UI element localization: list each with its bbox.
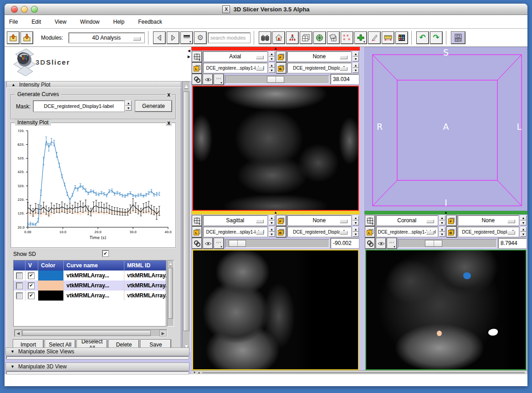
row-select-checkbox[interactable] [16, 293, 22, 299]
row-visible-checkbox[interactable]: ✔ [28, 273, 34, 279]
intensity-plot-section-header[interactable]: ▲ Intensity Plot [6, 81, 181, 88]
axial-label-spinner[interactable]: ▲▼ [269, 63, 275, 73]
layout-select-button[interactable] [451, 32, 465, 44]
mask-spinner[interactable]: ▲▼ [125, 101, 132, 111]
sagittal-foreground-spinner[interactable]: ▲▼ [353, 215, 359, 226]
coronal-strip[interactable]: ▲ [364, 211, 527, 214]
viewport-scroll-strip[interactable]: ▼ ▲ [191, 370, 527, 374]
close-generate-curves-button[interactable]: x [166, 92, 172, 98]
background-layer-button[interactable]: B [276, 63, 286, 73]
foreground-layer-button[interactable]: F [276, 51, 286, 62]
sagittal-strip[interactable]: ▲ [191, 211, 360, 214]
slice-layout-button[interactable]: ▼ [192, 215, 202, 226]
sagittal-offset-value[interactable]: -90.002 [331, 238, 359, 248]
manipulate-slice-views-header[interactable]: ▼ Manipulate Slice Views [5, 347, 189, 356]
menu-window[interactable]: Window [79, 18, 101, 26]
coronal-orientation-combobox[interactable]: Coronal [376, 215, 438, 225]
curve-color-swatch[interactable] [38, 271, 63, 281]
sagittal-foreground-combobox[interactable]: None [287, 215, 352, 225]
axial-slice-view[interactable] [192, 86, 359, 211]
sagittal-background-spinner[interactable]: ▲▼ [353, 227, 359, 237]
slice-visibility-button[interactable] [203, 238, 213, 249]
panel-collapse-left-icon[interactable]: ◀ [188, 49, 190, 53]
slice-options-button[interactable]: °°°▼ [214, 238, 224, 249]
slice-layout-button[interactable]: ▼ [365, 215, 375, 226]
colors-button[interactable] [396, 32, 408, 44]
coronal-background-spinner[interactable]: ▲▼ [520, 227, 527, 237]
show-sd-checkbox[interactable]: ✔ [102, 250, 108, 256]
axial-foreground-spinner[interactable]: ▲▼ [353, 51, 359, 62]
find-modules-button[interactable] [259, 32, 271, 44]
sagittal-slice-view[interactable] [192, 250, 359, 370]
scroll-up-icon[interactable]: ▲ [183, 82, 190, 90]
slice-options-button[interactable]: °°°▼ [214, 74, 224, 85]
load-scene-button[interactable] [7, 32, 19, 44]
coronal-background-combobox[interactable]: DCE_registered_Display1 [458, 227, 519, 237]
redo-button[interactable]: ↷ [430, 32, 442, 44]
manipulate-3d-view-header[interactable]: ▼ Manipulate 3D View [5, 362, 189, 371]
search-modules-input[interactable] [208, 33, 250, 43]
table-scrollbar[interactable]: ▲ [167, 260, 174, 327]
row-visible-checkbox[interactable]: ✔ [28, 293, 34, 299]
scroll-track[interactable] [202, 372, 525, 373]
menu-edit[interactable]: Edit [31, 18, 42, 26]
compare-layout-button[interactable] [300, 32, 312, 44]
mouse-mode-button[interactable] [368, 32, 380, 44]
row-select-checkbox[interactable] [16, 273, 22, 279]
coronal-slice-view[interactable] [365, 250, 527, 370]
module-settings-button[interactable]: ⚙ [194, 32, 206, 44]
home-module-button[interactable] [273, 32, 285, 44]
background-layer-button[interactable]: B [447, 227, 456, 237]
measurements-button[interactable] [382, 32, 394, 44]
sagittal-background-combobox[interactable]: DCE_registered_Display1 [287, 227, 352, 237]
axial-background-combobox[interactable]: DCE_registered_Display1 [287, 63, 352, 73]
table-hscrollbar[interactable]: ◀ ▶ [14, 329, 167, 337]
scroll-right-icon[interactable]: ▶ [159, 330, 167, 337]
table-row[interactable]: ✔ vtkMRMLArray... vtkMRMLArray... [14, 281, 166, 291]
panel-collapse-right-icon[interactable]: ▶ [188, 55, 190, 59]
sagittal-orientation-combobox[interactable]: Sagittal [203, 215, 267, 225]
modules-combobox[interactable]: 4D Analysis [69, 33, 144, 43]
axial-offset-value[interactable]: 38.034 [331, 74, 359, 84]
volume-rendering-button[interactable] [314, 32, 326, 44]
close-intensity-plot-button[interactable]: x [166, 120, 172, 126]
label-layer-button[interactable]: L [192, 227, 202, 237]
slices-toggle-button[interactable] [327, 32, 339, 44]
fiducials-button[interactable]: ✳✳✳ ✳ [341, 32, 353, 44]
slice-layout-button[interactable]: ▼ [192, 51, 202, 62]
foreground-layer-button[interactable]: F [447, 215, 456, 226]
link-slices-button[interactable] [365, 238, 375, 249]
sagittal-label-spinner[interactable]: ▲▼ [269, 227, 275, 237]
slice-options-button[interactable]: °°°▼ [387, 238, 397, 249]
coronal-offset-slider[interactable] [398, 239, 497, 248]
module-back-button[interactable] [153, 32, 165, 44]
coronal-label-combobox[interactable]: DCE_registere...splay1-label [376, 227, 438, 237]
roi-button[interactable]: ▼ [355, 32, 367, 44]
module-forward-button[interactable] [167, 32, 179, 44]
row-visible-checkbox[interactable]: ✔ [28, 283, 34, 289]
axial-foreground-combobox[interactable]: None [287, 51, 352, 61]
table-row[interactable]: ✔ vtkMRMLArray... vtkMRMLArray... [14, 271, 166, 281]
coronal-foreground-spinner[interactable]: ▲▼ [520, 215, 527, 226]
coronal-label-spinner[interactable]: ▲▼ [439, 227, 445, 237]
menu-view[interactable]: View [54, 18, 67, 26]
label-layer-button[interactable]: L [365, 227, 375, 237]
link-slices-button[interactable] [192, 238, 202, 249]
row-select-checkbox[interactable] [16, 283, 22, 289]
background-layer-button[interactable]: B [276, 227, 286, 237]
axial-offset-slider[interactable] [225, 75, 329, 84]
table-row[interactable]: ✔ vtkMRMLArray... vtkMRMLArray... [14, 291, 166, 301]
save-scene-button[interactable] [21, 32, 33, 44]
coronal-orientation-spinner[interactable]: ▲▼ [439, 215, 445, 226]
slice-visibility-button[interactable] [376, 238, 386, 249]
scroll-left-icon[interactable]: ◀ [15, 330, 22, 337]
mask-combobox[interactable]: DCE_registered_Display1-label [33, 101, 124, 112]
coronal-foreground-combobox[interactable]: None [458, 215, 519, 225]
threed-view[interactable]: S R A L I [364, 47, 527, 211]
axial-background-spinner[interactable]: ▲▼ [353, 63, 359, 73]
module-history-button[interactable]: ▼ [181, 32, 193, 44]
axial-strip[interactable]: ▲ [191, 47, 360, 51]
coronal-offset-value[interactable]: 8.7944 [498, 238, 527, 248]
axial-orientation-spinner[interactable]: ▲▼ [269, 51, 275, 62]
menu-file[interactable]: File [8, 18, 19, 26]
